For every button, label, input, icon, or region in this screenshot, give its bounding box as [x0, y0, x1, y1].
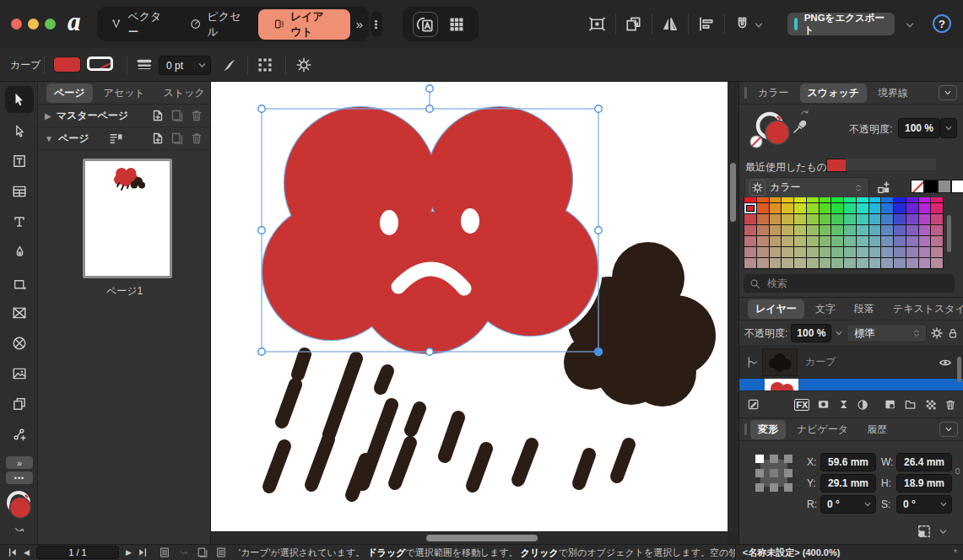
swatch-cell[interactable] — [831, 197, 843, 202]
anchor-point-selector[interactable] — [754, 453, 794, 493]
panel-drag-handle[interactable] — [744, 87, 747, 99]
tab-stroke[interactable]: 境界線 — [870, 83, 916, 103]
swatch-cell[interactable] — [820, 225, 831, 235]
node-tool[interactable] — [5, 117, 34, 144]
recent-color-swatch[interactable] — [826, 159, 847, 172]
place-image-tool[interactable] — [5, 360, 34, 387]
tab-transform[interactable]: 変形 — [750, 420, 786, 439]
swatch-cell[interactable] — [770, 236, 782, 246]
swatch-cell[interactable] — [744, 197, 756, 202]
window-minimize-button[interactable] — [28, 19, 39, 30]
swatch-cell[interactable] — [794, 225, 806, 235]
swatch-cell[interactable] — [807, 197, 819, 202]
opacity-dropdown-button[interactable] — [940, 118, 957, 138]
search-input[interactable] — [766, 277, 912, 290]
swatch-cell[interactable] — [906, 247, 918, 257]
swatch-cell[interactable] — [919, 197, 931, 202]
swatch-cell[interactable] — [931, 197, 943, 202]
swatch-cell[interactable] — [820, 247, 831, 257]
swatch-cell[interactable] — [894, 258, 906, 268]
transform-origin-icon[interactable] — [917, 524, 932, 539]
pages-tool[interactable] — [5, 390, 34, 417]
swatch-cell[interactable] — [919, 247, 931, 257]
swatch-grid[interactable] — [744, 197, 944, 269]
vertical-scrollbar-track[interactable] — [728, 82, 738, 531]
spread-icon[interactable] — [197, 547, 208, 558]
swatch-cell[interactable] — [757, 247, 769, 257]
swatch-cell[interactable] — [906, 197, 918, 202]
chevron-down-icon[interactable] — [835, 329, 843, 337]
blend-mode-select[interactable]: 標準 — [847, 324, 927, 342]
palette-select[interactable]: カラー — [744, 177, 869, 198]
anchor-top-left[interactable] — [755, 455, 764, 463]
point-transform-tool[interactable] — [5, 421, 34, 448]
tab-persona-pixel[interactable]: ピクセル — [176, 9, 256, 40]
x-field[interactable]: 59.6 mm — [820, 453, 876, 471]
tab-persona-layout[interactable]: レイアウト — [258, 9, 350, 40]
swatch-cell[interactable] — [757, 258, 769, 268]
swatch-cell[interactable] — [782, 197, 793, 202]
swatch-cell[interactable] — [919, 214, 931, 224]
swatch-cell[interactable] — [857, 225, 868, 235]
swatch-cell[interactable] — [869, 247, 881, 257]
link-dimensions-icon[interactable] — [954, 461, 963, 483]
tab-paragraph[interactable]: 段落 — [847, 299, 882, 319]
swatch-cell[interactable] — [770, 247, 782, 257]
vertical-scrollbar-thumb[interactable] — [730, 163, 736, 222]
swatch-cell[interactable] — [820, 214, 831, 224]
delete-page-icon[interactable] — [190, 132, 203, 145]
swatch-cell[interactable] — [931, 225, 943, 235]
swatch-cell[interactable] — [857, 203, 868, 213]
swatch-cell[interactable] — [881, 258, 893, 268]
layer-settings-gear-icon[interactable] — [930, 326, 944, 340]
swatch-cell[interactable] — [757, 214, 769, 224]
y-field[interactable]: 29.1 mm — [820, 474, 876, 493]
tab-swatches[interactable]: スウォッチ — [800, 83, 867, 103]
artistic-text-tool[interactable] — [5, 208, 34, 235]
swatch-cell[interactable] — [807, 258, 819, 268]
swatch-cell[interactable] — [931, 258, 943, 268]
swatch-grid-scrollbar[interactable] — [947, 215, 951, 252]
swatch-cell[interactable] — [894, 214, 906, 224]
r-field[interactable]: 0 ° — [820, 495, 876, 514]
rectangle-tool[interactable] — [5, 271, 34, 298]
swatch-cell[interactable] — [919, 258, 931, 268]
panel-options-button[interactable] — [939, 422, 958, 437]
chevron-right-icon[interactable]: ▶ — [45, 111, 51, 121]
swatch-cell[interactable] — [807, 236, 819, 246]
swatch-cell[interactable] — [844, 258, 856, 268]
stroke-style-icon[interactable] — [137, 57, 152, 73]
tab-stock[interactable]: ストック — [156, 83, 213, 103]
swatch-cell[interactable] — [931, 236, 943, 246]
swatch-cell[interactable] — [931, 247, 943, 257]
rasterize-icon[interactable] — [884, 397, 896, 412]
tab-character[interactable]: 文字 — [808, 299, 843, 319]
swatch-cell[interactable] — [794, 197, 806, 202]
swatch-cell[interactable] — [906, 203, 918, 213]
swatch-cell[interactable] — [831, 236, 843, 246]
stroke-color-swatch[interactable] — [87, 57, 113, 71]
swatch-gray[interactable] — [938, 180, 951, 193]
group-folder-icon[interactable] — [904, 397, 917, 412]
swatch-cell[interactable] — [794, 258, 806, 268]
h-field[interactable]: 18.9 mm — [896, 474, 952, 493]
sync-icon[interactable] — [177, 547, 190, 557]
swatch-cell[interactable] — [894, 225, 906, 235]
layer-row-selected[interactable] — [739, 379, 963, 390]
swatch-cell[interactable] — [807, 225, 819, 235]
swatch-cell[interactable] — [919, 236, 931, 246]
fx-icon[interactable]: FX — [794, 399, 809, 411]
swatch-cell[interactable] — [931, 214, 943, 224]
more-tools-button[interactable]: ••• — [6, 471, 33, 484]
layer-visibility-eye-icon[interactable] — [939, 356, 952, 369]
swatch-cell[interactable] — [881, 247, 893, 257]
duplicate-page-icon[interactable] — [170, 109, 184, 122]
swatch-cell[interactable] — [857, 214, 868, 224]
duplicate-icon[interactable] — [625, 15, 642, 33]
grid-preset-icon[interactable] — [448, 16, 465, 33]
tab-color[interactable]: カラー — [750, 83, 797, 103]
swatch-cell[interactable] — [794, 236, 806, 246]
chevron-down-expander-icon[interactable]: ▼ — [45, 134, 53, 143]
swatch-cell[interactable] — [881, 225, 893, 235]
layer-opacity-field[interactable]: 100 % — [791, 324, 831, 342]
